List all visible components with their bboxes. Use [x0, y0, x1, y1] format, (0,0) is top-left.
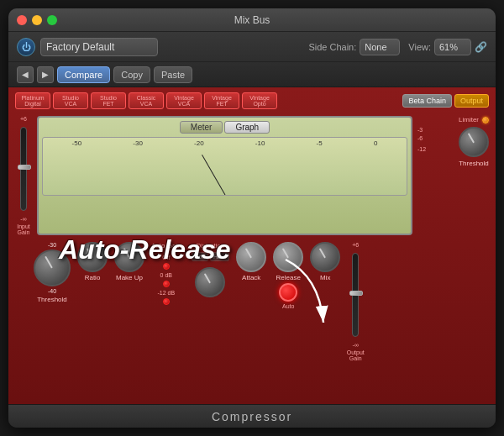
- copy-button[interactable]: Copy: [113, 66, 150, 83]
- prev-button[interactable]: ◀: [17, 66, 34, 83]
- middle-area: +6 -∞ Input Gain Meter Graph -50 -30 -2: [8, 113, 496, 239]
- output-gain-strip: +6 -∞ Output Gain: [347, 242, 364, 361]
- release-auto-button[interactable]: [279, 283, 297, 302]
- distortion-toggle: Soft Hard: [192, 252, 230, 261]
- zero-db-label: 0 dB: [160, 272, 172, 278]
- ratio-knob[interactable]: [77, 242, 108, 272]
- db-scale-right: -3 -6 -12: [417, 127, 426, 155]
- preset-tab-studio-fet[interactable]: StudioFET: [91, 92, 126, 109]
- attack-knob-label: Attack: [242, 274, 260, 281]
- output-tab[interactable]: Output: [454, 94, 489, 108]
- ratio-group: Ratio: [77, 242, 108, 281]
- threshold-knob-indicator: [45, 256, 53, 269]
- preset-tab-studio-vca[interactable]: StudioVCA: [53, 92, 88, 109]
- attack-knob[interactable]: [236, 242, 266, 272]
- distortion-group: Distortion Soft Hard: [192, 242, 230, 297]
- right-tabs: Beta Chain Output: [402, 94, 489, 108]
- input-gain-slider[interactable]: [20, 127, 27, 211]
- plugin-name: Compressor: [212, 410, 292, 423]
- scale-0: 0: [374, 139, 377, 147]
- mix-knob[interactable]: [310, 242, 340, 272]
- close-button[interactable]: [17, 15, 27, 25]
- compare-button[interactable]: Compare: [57, 66, 110, 83]
- toolbar: ◀ ▶ Compare Copy Paste: [8, 62, 496, 87]
- threshold-right-knob[interactable]: [459, 127, 489, 157]
- ratio-knob-indicator: [87, 248, 93, 258]
- title-bar: Mix Bus: [8, 8, 496, 32]
- input-gain-strip: +6 -∞ Input Gain: [15, 116, 32, 235]
- vu-scale: -50 -30 -20 -10 -5 0: [43, 138, 407, 147]
- vu-display: Meter Graph -50 -30 -20 -10 -5 0: [37, 116, 412, 235]
- limiter-led: [482, 117, 489, 123]
- plugin-body: PlatinumDigital StudioVCA StudioFET Clas…: [8, 87, 496, 404]
- minimize-button[interactable]: [32, 15, 42, 25]
- preset-tab-vintage-opto[interactable]: VintageOpto: [242, 92, 277, 109]
- scale-m5: -5: [317, 139, 323, 147]
- release-knob-indicator: [282, 248, 289, 258]
- power-button[interactable]: ⏻: [17, 38, 35, 56]
- vu-tabs: Meter Graph: [42, 121, 407, 134]
- input-gain-thumb[interactable]: [18, 165, 31, 170]
- threshold-scale-top: -30: [48, 242, 56, 248]
- controls-area: -30 -40 Threshold Ratio Make Up: [8, 239, 496, 366]
- view-area: View: 61% 🔗: [408, 39, 487, 55]
- paste-button[interactable]: Paste: [154, 66, 192, 83]
- db-mark-bottom: -∞: [20, 216, 26, 222]
- distortion-soft-btn[interactable]: Soft: [192, 252, 208, 261]
- vu-meter-body: -50 -30 -20 -10 -5 0: [42, 137, 407, 196]
- link-icon[interactable]: 🔗: [475, 41, 487, 53]
- output-db-top: +6: [352, 242, 359, 248]
- side-chain-select[interactable]: None: [360, 39, 400, 55]
- off-led[interactable]: [163, 263, 170, 270]
- output-gain-thumb[interactable]: [349, 291, 363, 296]
- preset-tab-classic-vca[interactable]: ClassicVCA: [129, 92, 164, 109]
- threshold-right-knob-indicator: [468, 133, 475, 143]
- preset-tab-vintage-vca[interactable]: VintageVCA: [166, 92, 202, 109]
- zero-db-led[interactable]: [163, 281, 170, 287]
- preset-tab-platinum[interactable]: PlatinumDigital: [15, 92, 50, 109]
- top-right: Side Chain: None View: 61% 🔗: [308, 39, 487, 55]
- scale-r-3: -3: [417, 127, 426, 133]
- off-label: Off: [162, 255, 170, 260]
- auto-label: Auto: [282, 303, 294, 309]
- release-knob[interactable]: [273, 242, 303, 272]
- minus12-label: -12 dB: [157, 290, 175, 296]
- scale-m20: -20: [194, 139, 204, 147]
- autogain-group: Auto Gain Off 0 dB -12 dB: [151, 242, 181, 305]
- release-knob-label: Release: [276, 274, 301, 281]
- beta-chain-tab[interactable]: Beta Chain: [402, 94, 452, 108]
- vu-graph-tab[interactable]: Graph: [224, 121, 270, 134]
- minus12-led[interactable]: [163, 298, 170, 305]
- attack-knob-indicator: [245, 248, 252, 258]
- distortion-label: Distortion: [197, 242, 225, 250]
- preset-tab-vintage-fet[interactable]: VintageFET: [204, 92, 239, 109]
- maximize-button[interactable]: [47, 15, 57, 25]
- vu-meter-tab[interactable]: Meter: [180, 121, 223, 134]
- release-group: Release Auto: [273, 242, 303, 309]
- scale-m50: -50: [72, 139, 82, 147]
- autogain-label: Auto Gain: [151, 242, 181, 250]
- mix-knob-label: Mix: [320, 274, 330, 281]
- preset-select[interactable]: Factory Default: [40, 38, 158, 56]
- preset-tabs-row: PlatinumDigital StudioVCA StudioFET Clas…: [8, 87, 496, 113]
- limiter-row: Limiter: [417, 116, 489, 123]
- top-left: ⏻ Factory Default: [17, 38, 158, 56]
- next-button[interactable]: ▶: [37, 66, 54, 83]
- threshold-right-knob-area: Threshold: [459, 127, 489, 167]
- output-gain-label: Output Gain: [347, 349, 365, 361]
- limiter-label: Limiter: [459, 116, 479, 123]
- threshold-knob[interactable]: [34, 250, 71, 286]
- output-gain-slider[interactable]: [352, 253, 359, 337]
- makeup-knob[interactable]: [114, 242, 144, 272]
- distortion-hard-btn[interactable]: Hard: [210, 252, 229, 261]
- db-mark-top: +6: [20, 116, 27, 122]
- side-chain-label: Side Chain:: [308, 42, 356, 52]
- threshold-scale-bot: -40: [48, 288, 56, 294]
- view-select[interactable]: 61%: [434, 39, 471, 55]
- autogain-led-group: Off 0 dB -12 dB: [157, 255, 175, 305]
- mix-group: Mix: [310, 242, 340, 281]
- top-bar: ⏻ Factory Default Side Chain: None View:…: [8, 32, 496, 62]
- input-gain-label: Input Gain: [15, 223, 32, 235]
- threshold-group: -30 -40 Threshold: [34, 242, 71, 303]
- distortion-knob[interactable]: [195, 267, 225, 297]
